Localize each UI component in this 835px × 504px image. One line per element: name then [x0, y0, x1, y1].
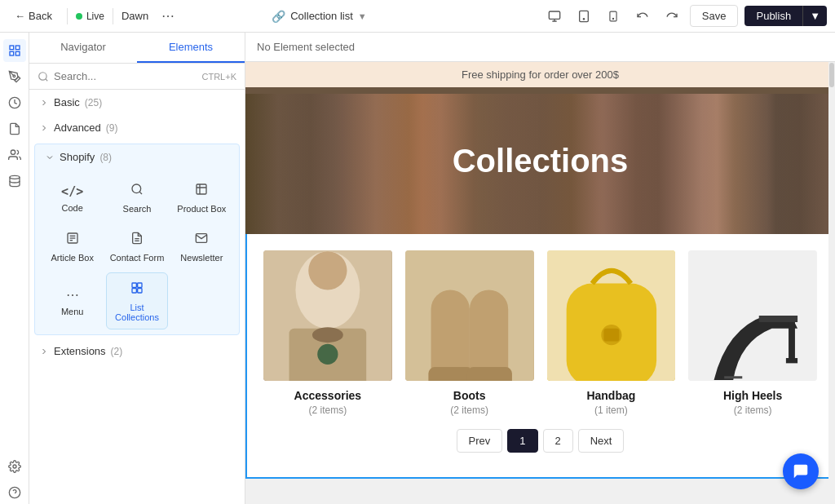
sidebar-pages-icon[interactable] — [3, 117, 26, 140]
sidebar-icons — [0, 33, 29, 504]
svg-rect-1 — [580, 11, 589, 21]
shopify-label: Shopify — [60, 151, 95, 163]
sidebar-help-icon[interactable] — [3, 481, 26, 504]
element-list-collections[interactable]: List Collections — [106, 272, 167, 329]
collection-boots-name: Boots — [453, 389, 486, 402]
element-contact-form-label: Contact Form — [110, 253, 165, 263]
collection-img-high-heels — [688, 250, 817, 381]
main-layout: Navigator Elements CTRL+K Basic (25) Adv — [0, 33, 835, 504]
collection-card-high-heels[interactable]: High Heels (2 items) — [688, 250, 817, 416]
shopify-count: (8) — [99, 152, 112, 163]
section-shopify-header[interactable]: Shopify (8) — [35, 144, 239, 170]
svg-rect-8 — [10, 51, 14, 55]
menu-icon: ⋯ — [66, 287, 79, 303]
svg-rect-0 — [549, 11, 559, 19]
svg-rect-30 — [138, 289, 142, 293]
hero-title: Collections — [453, 143, 629, 179]
element-code[interactable]: </> Code — [42, 175, 103, 220]
svg-point-18 — [132, 184, 141, 193]
canvas-area: No Element selected Free shipping for or… — [245, 33, 835, 504]
back-button[interactable]: ← Back — [8, 7, 59, 25]
element-search[interactable]: Search — [106, 175, 167, 220]
topbar: ← Back Live Dawn ⋯ 🔗 Collection list ▼ S… — [0, 0, 835, 33]
chevron-down-icon — [45, 153, 55, 162]
section-advanced: Advanced (9) — [29, 115, 245, 140]
svg-line-17 — [46, 78, 48, 81]
svg-rect-6 — [15, 46, 20, 50]
desktop-icon[interactable] — [543, 5, 566, 28]
search-shortcut: CTRL+K — [202, 72, 237, 82]
more-menu-button[interactable]: ⋯ — [157, 5, 179, 28]
collection-boots-count: (2 items) — [450, 405, 488, 416]
svg-line-19 — [139, 192, 142, 194]
search-element-icon — [130, 183, 144, 200]
svg-rect-20 — [197, 184, 206, 194]
sidebar-elements-icon[interactable] — [3, 39, 26, 62]
sidebar-settings-icon[interactable] — [3, 455, 26, 478]
section-extensions-header[interactable]: Extensions (2) — [29, 338, 245, 364]
canvas-scrollbar[interactable] — [828, 62, 835, 504]
publish-button[interactable]: Publish — [744, 6, 802, 26]
element-product-box[interactable]: Product Box — [171, 175, 232, 220]
handbag-image-svg — [547, 250, 676, 381]
tab-elements[interactable]: Elements — [137, 33, 245, 63]
section-advanced-header[interactable]: Advanced (9) — [29, 115, 245, 140]
code-icon: </> — [61, 184, 83, 199]
section-shopify: Shopify (8) </> Code Search — [34, 144, 240, 335]
chat-icon — [792, 462, 810, 480]
section-basic-header[interactable]: Basic (25) — [29, 90, 245, 115]
sidebar-users-icon[interactable] — [3, 144, 26, 166]
svg-rect-7 — [15, 51, 20, 55]
page-1-button[interactable]: 1 — [507, 429, 537, 453]
sidebar-data-icon[interactable] — [3, 170, 26, 192]
collection-card-handbag[interactable]: Handbag (1 item) — [547, 250, 676, 416]
chevron-right-icon — [39, 98, 49, 108]
topbar-icons: Save Publish ▼ — [543, 5, 827, 28]
svg-point-35 — [312, 327, 343, 343]
svg-rect-41 — [466, 367, 511, 381]
element-newsletter-label: Newsletter — [180, 253, 223, 263]
basic-count: (25) — [85, 97, 102, 108]
section-basic: Basic (25) — [29, 90, 245, 115]
sidebar-history-icon[interactable] — [3, 91, 26, 114]
element-product-box-label: Product Box — [177, 204, 226, 214]
sidebar-pen-icon[interactable] — [3, 65, 26, 88]
panel-tabs: Navigator Elements — [29, 33, 245, 64]
shopify-elements-grid: </> Code Search — [35, 170, 239, 334]
svg-point-33 — [308, 251, 347, 290]
svg-rect-46 — [688, 250, 817, 381]
collection-card-accessories[interactable]: Accessories (2 items) — [263, 250, 392, 416]
collection-card-boots[interactable]: Boots (2 items) — [405, 250, 534, 416]
element-menu[interactable]: ⋯ Menu — [42, 272, 103, 329]
page-2-button[interactable]: 2 — [543, 429, 573, 453]
redo-button[interactable] — [660, 5, 683, 28]
svg-point-2 — [583, 18, 584, 19]
search-input[interactable] — [54, 70, 197, 82]
advanced-count: (9) — [106, 122, 118, 134]
store-banner: Free shipping for order over 200$ — [245, 62, 835, 87]
collection-high-heels-name: High Heels — [723, 389, 782, 402]
panel-search-bar: CTRL+K — [29, 64, 245, 90]
prev-button[interactable]: Prev — [457, 429, 503, 453]
chat-button[interactable] — [783, 453, 819, 489]
publish-dropdown-button[interactable]: ▼ — [802, 6, 827, 26]
page-title-chevron-icon: ▼ — [358, 11, 367, 21]
svg-point-11 — [11, 150, 15, 154]
page-title[interactable]: 🔗 Collection list ▼ — [272, 10, 366, 23]
tab-navigator[interactable]: Navigator — [29, 33, 137, 63]
collection-img-handbag — [547, 250, 676, 381]
live-badge: Live — [76, 11, 104, 22]
element-contact-form[interactable]: Contact Form — [106, 223, 167, 269]
element-newsletter[interactable]: Newsletter — [171, 223, 232, 269]
save-button[interactable]: Save — [690, 5, 739, 27]
collection-accessories-name: Accessories — [294, 389, 362, 402]
mobile-icon[interactable] — [602, 5, 625, 28]
accessories-image-svg — [263, 250, 392, 381]
undo-button[interactable] — [631, 5, 654, 28]
element-article-box[interactable]: Article Box — [42, 223, 103, 269]
back-label: Back — [29, 10, 52, 22]
next-button[interactable]: Next — [578, 429, 625, 453]
search-icon — [38, 71, 49, 82]
tablet-icon[interactable] — [572, 5, 595, 28]
svg-rect-48 — [786, 358, 797, 363]
